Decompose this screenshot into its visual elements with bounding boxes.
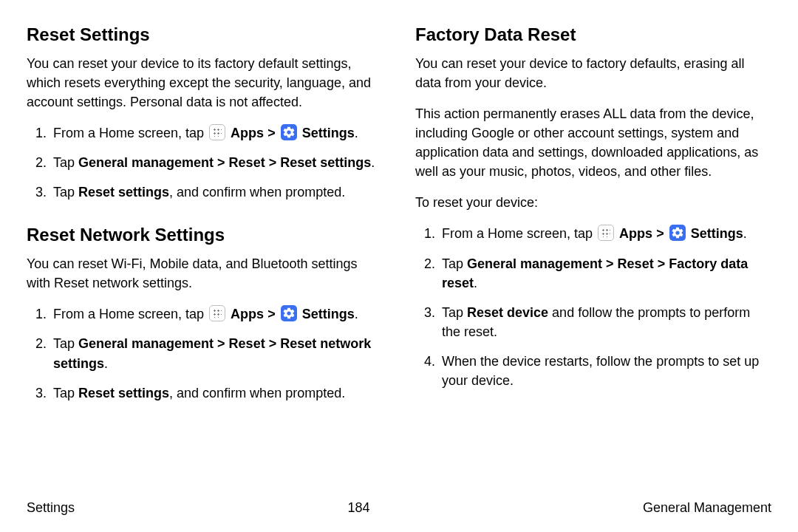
text: From a Home screen, tap: [442, 226, 593, 241]
settings-label: Settings: [691, 226, 743, 241]
step: When the device restarts, follow the pro…: [439, 352, 771, 390]
text: Tap: [53, 336, 78, 351]
right-column: Factory Data Reset You can reset your de…: [415, 22, 771, 413]
apps-label: Apps: [231, 126, 264, 140]
step: Tap Reset settings, and confirm when pro…: [50, 383, 383, 403]
text: From a Home screen, tap: [53, 307, 204, 321]
apps-icon: [598, 225, 614, 241]
text: Tap: [442, 256, 467, 271]
text: Tap: [53, 386, 78, 400]
text: , and confirm when prompted.: [169, 386, 345, 400]
footer-right: General Management: [643, 498, 771, 517]
content-columns: Reset Settings You can reset your device…: [27, 22, 771, 413]
step: From a Home screen, tap Apps > Settings.: [50, 123, 383, 143]
step: Tap Reset device and follow the prompts …: [439, 303, 771, 341]
intro-factory-reset-1: You can reset your device to factory def…: [415, 54, 771, 92]
intro-factory-reset-2: This action permanently erases ALL data …: [415, 104, 771, 181]
bold-action: Reset device: [467, 305, 548, 320]
text: From a Home screen, tap: [53, 126, 204, 140]
intro-reset-network: You can reset Wi-Fi, Mobile data, and Bl…: [27, 254, 383, 293]
settings-icon: [281, 305, 297, 321]
apps-label: Apps: [619, 226, 652, 241]
bold-action: Reset settings: [78, 386, 169, 400]
heading-factory-reset: Factory Data Reset: [415, 22, 771, 48]
chevron-icon: >: [656, 226, 664, 241]
step: Tap General management > Reset > Reset s…: [50, 153, 383, 172]
apps-icon: [209, 124, 225, 140]
settings-icon: [281, 124, 297, 140]
heading-reset-network: Reset Network Settings: [27, 222, 383, 248]
text: When the device restarts, follow the pro…: [442, 354, 759, 388]
page-footer: Settings 184 General Management: [27, 498, 771, 517]
heading-reset-settings: Reset Settings: [27, 22, 383, 48]
bold-action: Reset settings: [78, 185, 169, 200]
step: Tap General management > Reset > Factory…: [439, 254, 771, 293]
steps-reset-network: From a Home screen, tap Apps > Settings.…: [27, 304, 383, 402]
steps-reset-settings: From a Home screen, tap Apps > Settings.…: [27, 123, 383, 202]
bold-path: General management > Reset > Reset setti…: [78, 155, 371, 170]
settings-label: Settings: [302, 307, 355, 321]
step: From a Home screen, tap Apps > Settings.: [50, 304, 383, 324]
settings-label: Settings: [302, 126, 355, 140]
text: Tap: [442, 305, 467, 320]
text: , and confirm when prompted.: [169, 185, 345, 200]
chevron-icon: >: [267, 126, 276, 140]
chevron-icon: >: [267, 307, 276, 321]
bold-path: General management > Reset > Reset netwo…: [53, 336, 371, 370]
apps-icon: [209, 305, 225, 321]
text: Tap: [53, 155, 78, 170]
apps-label: Apps: [231, 307, 264, 321]
step: Tap Reset settings, and confirm when pro…: [50, 183, 383, 202]
left-column: Reset Settings You can reset your device…: [27, 22, 383, 413]
steps-factory-reset: From a Home screen, tap Apps > Settings.…: [415, 224, 771, 390]
text: Tap: [53, 185, 78, 200]
settings-icon: [669, 225, 686, 241]
footer-page-number: 184: [347, 498, 369, 517]
step: From a Home screen, tap Apps > Settings.: [439, 224, 771, 243]
footer-left: Settings: [27, 498, 75, 517]
intro-reset-settings: You can reset your device to its factory…: [27, 54, 383, 112]
lead-to-reset: To reset your device:: [415, 193, 771, 212]
step: Tap General management > Reset > Reset n…: [50, 334, 383, 372]
bold-path: General management > Reset > Factory dat…: [442, 256, 748, 290]
